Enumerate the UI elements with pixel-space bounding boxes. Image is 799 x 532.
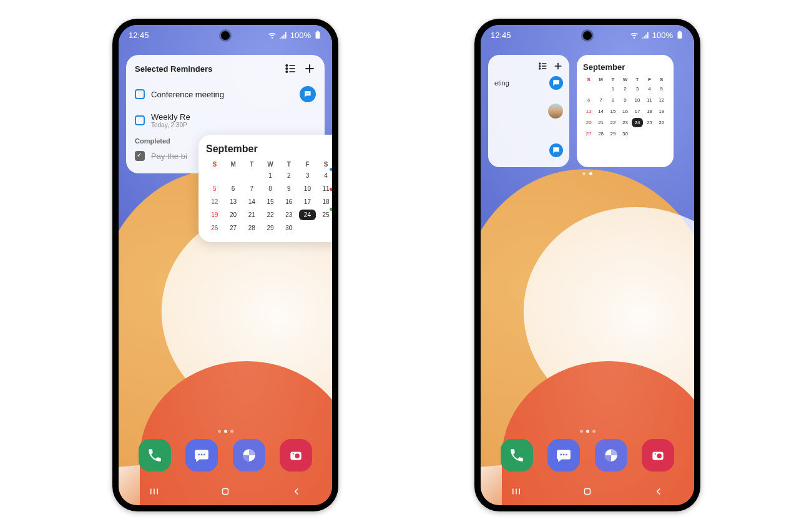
calendar-day[interactable]: 25	[644, 118, 655, 127]
calendar-day[interactable]: 5	[206, 183, 223, 194]
calendar-day[interactable]: 18	[644, 107, 655, 116]
calendar-day[interactable]: 17	[299, 196, 316, 207]
calendar-dow: T	[632, 77, 643, 82]
calendar-day[interactable]: 23	[280, 210, 298, 220]
calendar-day[interactable]: 23	[619, 118, 630, 127]
calendar-day[interactable]: 29	[262, 223, 279, 233]
calendar-day[interactable]: 12	[206, 196, 223, 207]
calendar-day[interactable]: 24	[299, 210, 316, 220]
calendar-event[interactable]: DA	[330, 166, 332, 178]
calendar-day[interactable]: 14	[595, 107, 606, 116]
calendar-day[interactable]: 7	[595, 95, 606, 105]
checkbox-done-icon[interactable]	[135, 151, 145, 161]
home-button[interactable]	[220, 486, 231, 500]
calendar-day[interactable]: 1	[262, 170, 279, 181]
calendar-day[interactable]: 8	[607, 95, 619, 105]
calendar-day[interactable]: 8	[262, 183, 279, 194]
calendar-day[interactable]: 6	[225, 183, 242, 194]
chat-icon[interactable]	[549, 143, 563, 157]
calendar-dow: S	[656, 77, 667, 82]
calendar-day[interactable]: 15	[607, 107, 619, 116]
calendar-day[interactable]: 20	[225, 210, 242, 220]
reminder-item[interactable]: Conference meeting	[135, 81, 316, 107]
calendar-day[interactable]: 30	[619, 129, 630, 138]
calendar-day[interactable]: 13	[225, 196, 242, 207]
calendar-day[interactable]: 21	[595, 118, 606, 127]
list-icon[interactable]	[285, 62, 297, 75]
calendar-widget-compact[interactable]: September SMTWTFS12345678910111213141516…	[577, 55, 674, 167]
calendar-day[interactable]: 17	[632, 107, 643, 116]
phone-app[interactable]	[501, 439, 533, 472]
calendar-day[interactable]: 12	[656, 95, 667, 105]
calendar-day[interactable]: 15	[262, 196, 279, 207]
calendar-day[interactable]: 28	[595, 129, 606, 138]
calendar-day[interactable]: 22	[607, 118, 619, 127]
calendar-day[interactable]: 27	[583, 129, 594, 138]
calendar-day[interactable]: 2	[619, 84, 630, 94]
calendar-day[interactable]: 19	[206, 210, 223, 220]
reminder-item[interactable]: Weekly Re Today, 2:30P	[135, 107, 316, 133]
chat-icon[interactable]	[300, 86, 316, 102]
back-button[interactable]	[653, 486, 664, 500]
calendar-day[interactable]: 3	[299, 170, 316, 181]
page-indicator	[481, 430, 694, 433]
browser-app[interactable]	[233, 439, 265, 472]
camera-app[interactable]	[642, 439, 674, 472]
calendar-day[interactable]: 19	[656, 107, 667, 116]
calendar-day[interactable]: 20	[583, 118, 594, 127]
calendar-day[interactable]: 6	[583, 95, 594, 105]
calendar-day[interactable]: 13	[583, 107, 594, 116]
svg-point-35	[563, 454, 565, 456]
front-camera	[583, 31, 592, 40]
svg-point-34	[561, 454, 562, 456]
checkbox-icon[interactable]	[135, 115, 145, 125]
calendar-dow: W	[262, 161, 279, 168]
back-button[interactable]	[291, 486, 302, 500]
messages-app[interactable]	[185, 439, 218, 472]
home-button[interactable]	[582, 486, 593, 500]
reminder-subtext: Today, 2:30P	[151, 122, 190, 128]
recents-button[interactable]	[511, 486, 522, 500]
calendar-day[interactable]: 24	[632, 118, 643, 127]
plus-icon[interactable]	[553, 61, 563, 71]
camera-app[interactable]	[280, 439, 312, 472]
browser-app[interactable]	[595, 439, 627, 472]
calendar-day[interactable]: 10	[632, 95, 643, 105]
calendar-day[interactable]: 29	[607, 129, 619, 138]
calendar-day[interactable]: 9	[280, 183, 298, 194]
calendar-day[interactable]: 30	[280, 223, 298, 233]
recents-button[interactable]	[149, 486, 160, 500]
calendar-day[interactable]: 7	[243, 183, 260, 194]
calendar-widget[interactable]: September SMTWTFS12345678910111213141516…	[199, 135, 332, 242]
calendar-day[interactable]: 26	[206, 223, 223, 233]
calendar-event[interactable]: M3	[330, 206, 332, 218]
plus-icon[interactable]	[303, 62, 316, 75]
calendar-event[interactable]: S11	[330, 186, 332, 198]
calendar-day[interactable]: 10	[299, 183, 316, 194]
calendar-day[interactable]: 22	[262, 210, 279, 220]
phone-app[interactable]	[139, 439, 171, 472]
svg-point-15	[203, 454, 205, 456]
calendar-day[interactable]: 16	[280, 196, 298, 207]
calendar-day[interactable]: 2	[280, 170, 298, 181]
calendar-day[interactable]: 28	[243, 223, 260, 233]
svg-point-28	[539, 65, 541, 67]
calendar-day[interactable]: 9	[619, 95, 630, 105]
calendar-day[interactable]: 1	[607, 84, 619, 94]
calendar-day[interactable]: 4	[644, 84, 655, 94]
calendar-day[interactable]: 3	[632, 84, 643, 94]
reminder-text: Conference meeting	[151, 90, 293, 99]
checkbox-icon[interactable]	[135, 89, 145, 99]
svg-point-18	[295, 453, 300, 458]
calendar-day[interactable]: 27	[225, 223, 242, 233]
calendar-day[interactable]: 14	[243, 196, 260, 207]
list-icon[interactable]	[538, 61, 548, 71]
calendar-day[interactable]: 26	[656, 118, 667, 127]
calendar-day[interactable]: 5	[656, 84, 667, 94]
messages-app[interactable]	[547, 439, 580, 472]
reminders-widget-compact[interactable]: eting	[488, 55, 569, 167]
calendar-day[interactable]: 16	[619, 107, 630, 116]
calendar-day[interactable]: 21	[243, 210, 260, 220]
calendar-day[interactable]: 11	[644, 95, 655, 105]
chat-icon[interactable]	[549, 76, 563, 90]
